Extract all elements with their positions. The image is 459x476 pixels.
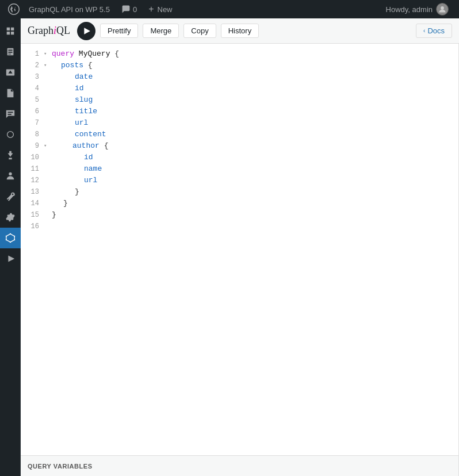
avatar [436,3,449,16]
svg-marker-10 [84,28,90,34]
run-button[interactable] [77,22,95,40]
new-menu-item[interactable]: + New [143,0,178,18]
svg-point-2 [9,172,12,175]
docs-button[interactable]: ‹ Docs [416,24,452,38]
site-name[interactable]: GraphQL API on WP 5.5 [23,0,116,18]
query-variables-label: QUERY VARIABLES [28,463,93,470]
sidebar-item-graphql[interactable] [0,228,21,248]
sidebar-item-comments[interactable] [0,103,21,124]
code-line-6: title [44,106,449,117]
svg-point-4 [9,233,10,235]
main-layout: GraphiQL Prettify Merge Copy History ‹ D… [0,18,459,476]
merge-button[interactable]: Merge [143,24,179,38]
sidebar-item-dashboard[interactable] [0,21,21,41]
user-menu[interactable]: Howdy, admin [380,0,454,18]
sidebar-item-posts[interactable] [0,41,21,62]
content-area: GraphiQL Prettify Merge Copy History ‹ D… [21,18,459,476]
code-line-16 [44,221,449,232]
code-line-8: content [44,129,449,140]
sidebar-item-pages[interactable] [0,83,21,103]
graphiql-toolbar: GraphiQL Prettify Merge Copy History ‹ D… [21,18,459,44]
svg-marker-3 [6,234,14,242]
fold-arrow-1[interactable]: ▾ [44,48,52,60]
fold-arrow-9[interactable]: ▾ [44,140,52,152]
code-line-4: id [44,83,449,94]
graphiql-logo: GraphiQL [28,25,70,37]
code-line-7: url [44,117,449,129]
code-content: ▾query MyQuery { ▾posts { date [44,48,458,232]
sidebar-item-plugins[interactable] [0,145,21,166]
play-icon [83,27,91,35]
query-variables-bar[interactable]: QUERY VARIABLES [21,455,458,476]
sidebar-item-tools[interactable] [0,186,21,207]
sidebar-item-users[interactable] [0,166,21,186]
chevron-left-icon: ‹ [423,28,425,34]
sidebar-item-appearance[interactable] [0,124,21,145]
code-line-14: } [44,198,449,209]
graphiql-body: 1 2 3 4 5 6 7 8 9 10 11 12 13 [21,44,459,476]
wp-logo[interactable] [5,0,23,18]
code-line-10: id [44,152,449,163]
code-line-11: name [44,163,449,175]
admin-bar: GraphQL API on WP 5.5 0 + New Howdy, adm… [0,0,459,18]
prettify-button[interactable]: Prettify [100,24,138,38]
svg-point-0 [441,6,444,10]
code-line-9: ▾author { [44,140,449,152]
sidebar-item-play[interactable] [0,248,21,269]
svg-point-1 [7,132,13,138]
code-editor[interactable]: 1 2 3 4 5 6 7 8 9 10 11 12 13 [21,44,458,455]
svg-point-9 [5,236,6,237]
svg-point-7 [9,241,10,243]
code-line-2: ▾posts { [44,60,449,71]
copy-button[interactable]: Copy [183,24,216,38]
svg-point-5 [14,236,15,237]
code-line-13: } [44,186,449,198]
code-line-3: date [44,71,449,83]
code-lines: 1 2 3 4 5 6 7 8 9 10 11 12 13 [21,48,458,232]
code-line-5: slug [44,94,449,106]
fold-arrow-2[interactable]: ▾ [44,60,52,71]
code-line-1: ▾query MyQuery { [44,48,449,60]
history-button[interactable]: History [221,24,259,38]
comment-bubble-icon [121,5,131,14]
line-numbers: 1 2 3 4 5 6 7 8 9 10 11 12 13 [21,48,44,232]
code-line-15: } [44,209,449,221]
svg-point-8 [5,239,6,240]
editor-pane[interactable]: 1 2 3 4 5 6 7 8 9 10 11 12 13 [21,44,459,476]
comments-menu-item[interactable]: 0 [116,0,143,18]
sidebar-item-settings[interactable] [0,207,21,228]
code-line-12: url [44,175,449,186]
svg-point-6 [14,239,15,240]
sidebar-item-media[interactable] [0,62,21,83]
avatar-image [438,5,446,13]
sidebar [0,18,21,476]
